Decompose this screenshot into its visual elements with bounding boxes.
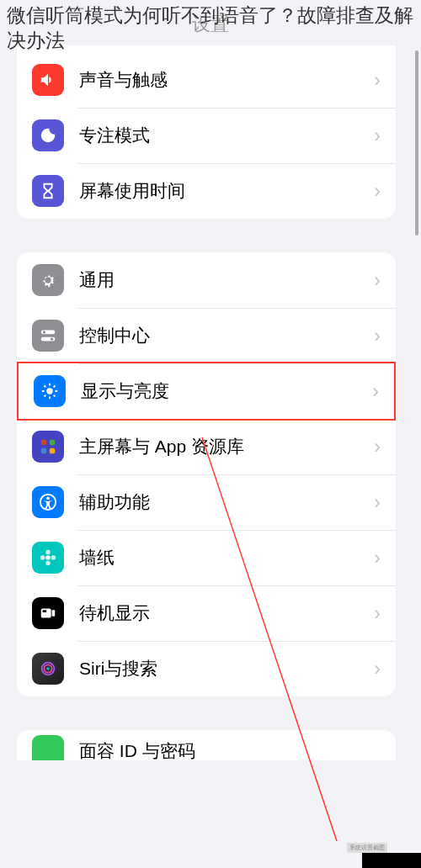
row-screentime[interactable]: 屏幕使用时间 › — [17, 163, 396, 219]
chevron-right-icon: › — [374, 546, 381, 569]
hourglass-icon — [32, 175, 64, 207]
svg-line-10 — [54, 395, 56, 397]
chevron-right-icon: › — [374, 124, 381, 147]
svg-rect-25 — [43, 610, 47, 612]
sun-icon — [34, 375, 66, 407]
svg-point-20 — [45, 550, 51, 555]
row-general[interactable]: 通用 › — [17, 252, 396, 308]
row-wallpaper[interactable]: 墙纸 › — [17, 530, 396, 585]
row-standby[interactable]: 待机显示 › — [17, 585, 396, 641]
row-label: 通用 — [79, 268, 374, 292]
svg-point-19 — [45, 555, 51, 560]
chevron-right-icon: › — [372, 379, 379, 403]
gear-icon — [32, 264, 64, 296]
row-focus[interactable]: 专注模式 › — [17, 108, 396, 163]
row-label: 主屏幕与 App 资源库 — [79, 435, 374, 458]
settings-content: 声音与触感 › 专注模式 › 屏幕使用时间 › 通用 › — [0, 45, 413, 868]
standby-icon — [32, 597, 64, 629]
grid-icon — [32, 431, 64, 463]
flower-icon — [32, 542, 64, 574]
speaker-icon — [32, 64, 64, 96]
svg-point-2 — [43, 331, 45, 333]
row-label: 专注模式 — [79, 124, 374, 147]
svg-point-18 — [46, 497, 50, 500]
row-label: 辅助功能 — [79, 490, 374, 514]
chevron-right-icon: › — [374, 68, 381, 92]
svg-rect-15 — [41, 448, 46, 453]
chevron-right-icon: › — [374, 268, 381, 292]
siri-icon — [32, 653, 64, 685]
svg-rect-16 — [50, 448, 55, 453]
svg-rect-26 — [52, 610, 56, 616]
row-label: 待机显示 — [79, 601, 374, 625]
faceid-icon — [32, 735, 64, 760]
svg-point-22 — [40, 555, 45, 560]
chevron-right-icon: › — [374, 435, 381, 458]
row-label: 控制中心 — [79, 324, 374, 347]
footer-tag: 系统设置截图 — [347, 843, 387, 853]
footer-bar — [362, 853, 421, 868]
svg-rect-14 — [50, 440, 55, 445]
row-siri[interactable]: Siri与搜索 › — [17, 641, 396, 696]
settings-group-1: 声音与触感 › 专注模式 › 屏幕使用时间 › — [17, 45, 396, 219]
row-label: 显示与亮度 — [81, 379, 372, 403]
svg-rect-24 — [41, 609, 51, 618]
chevron-right-icon: › — [374, 179, 381, 203]
moon-icon — [32, 119, 64, 151]
svg-point-3 — [51, 337, 53, 340]
row-faceid-partial[interactable]: 面容 ID 与密码 — [17, 730, 396, 760]
chevron-right-icon: › — [374, 601, 381, 625]
row-accessibility[interactable]: 辅助功能 › — [17, 474, 396, 530]
row-label: 屏幕使用时间 — [79, 179, 374, 203]
switches-icon — [32, 320, 64, 352]
svg-line-11 — [44, 395, 45, 397]
row-control-center[interactable]: 控制中心 › — [17, 308, 396, 363]
chevron-right-icon: › — [374, 490, 381, 514]
scrollbar[interactable] — [415, 50, 418, 236]
svg-point-21 — [45, 561, 51, 566]
settings-group-2: 通用 › 控制中心 › 显示与亮度 › 主屏幕与 App 资源库 › — [17, 252, 396, 696]
row-label: 面容 ID 与密码 — [79, 739, 195, 760]
chevron-right-icon: › — [374, 657, 381, 680]
row-label: 声音与触感 — [79, 68, 374, 92]
row-homescreen[interactable]: 主屏幕与 App 资源库 › — [17, 419, 396, 474]
svg-point-29 — [46, 667, 50, 670]
row-label: Siri与搜索 — [79, 657, 374, 680]
chevron-right-icon: › — [374, 324, 381, 347]
svg-point-23 — [51, 555, 56, 560]
row-display-brightness[interactable]: 显示与亮度 › — [17, 362, 396, 421]
row-sounds[interactable]: 声音与触感 › — [17, 52, 396, 108]
accessibility-icon — [32, 486, 64, 518]
row-label: 墙纸 — [79, 546, 374, 569]
svg-line-9 — [44, 385, 45, 387]
svg-line-12 — [54, 385, 56, 387]
svg-rect-13 — [41, 440, 46, 445]
svg-point-4 — [46, 388, 52, 394]
article-title: 微信听筒模式为何听不到语音了？故障排查及解决办法 — [0, 0, 421, 57]
